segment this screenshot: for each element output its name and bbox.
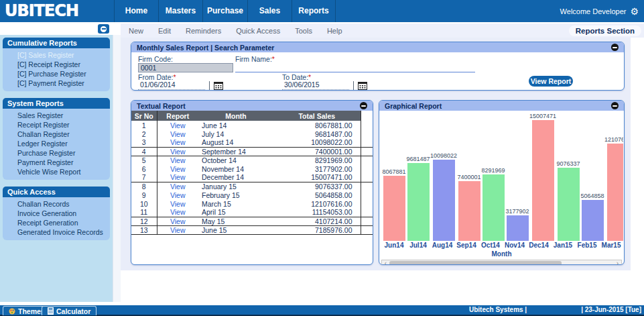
cell-report: View [157,156,198,164]
view-report-link[interactable]: View [170,156,186,164]
sidebar-item-vehicle-wise-report[interactable]: Vehicle Wise Report [3,167,110,176]
nav-item-masters[interactable]: Masters [158,0,202,22]
themes-label: Themes [18,307,45,315]
minimize-icon[interactable] [360,102,367,109]
sidebar-item-c-receipt-register[interactable]: [C] Receipt Register [3,60,110,69]
sidebar-item-ledger-register[interactable]: Ledger Register [3,139,110,148]
bar-value-label: 3177902 [506,208,529,215]
menu-item-tools[interactable]: Tools [295,27,312,35]
scrollbar-thumb[interactable] [389,261,562,265]
view-report-link[interactable]: View [170,138,186,146]
view-report-link[interactable]: View [170,226,186,234]
cell-sr-no: 11 [131,208,157,217]
cell-sr-no: 10 [131,199,157,208]
x-tick-aug14: Aug14 [430,242,454,250]
bar-dec14[interactable] [532,120,554,241]
cell-filler [361,182,373,191]
bar-nov14[interactable] [507,215,529,241]
minimize-icon[interactable] [611,44,619,51]
cell-total-sales: 8291969.00 [273,156,361,164]
view-report-link[interactable]: View [170,165,186,173]
cell-report: View [157,164,198,173]
nav-item-sales[interactable]: Sales [247,0,292,22]
view-report-link[interactable]: View [170,208,186,216]
gear-icon[interactable]: ⚙ [630,6,639,17]
cell-filler [361,225,373,234]
minimize-icon[interactable] [611,102,619,109]
sidebar-item-invoice-generation[interactable]: Invoice Generation [3,209,110,218]
sidebar-group-items: Sales RegisterReceipt RegisterChallan Re… [3,109,110,180]
sidebar-item-c-payment-register[interactable]: [C] Payment Register [3,78,110,88]
sidebar-collapse-button[interactable] [98,24,109,34]
minus-circle-icon [101,26,107,32]
bar-mar15[interactable] [607,144,623,241]
view-report-button[interactable]: View Report [529,76,573,87]
sidebar-scroll-strip[interactable] [113,35,121,302]
bar-jun14[interactable] [383,176,405,241]
menu-item-reminders[interactable]: Reminders [186,27,221,35]
sidebar-item-c-sales-register[interactable]: [C] Sales Register [3,50,110,60]
calculator-button[interactable]: Calculator [42,306,96,315]
scroll-left-icon[interactable]: ‹ [382,260,389,265]
view-report-link[interactable]: View [170,148,186,156]
calendar-icon[interactable] [214,81,223,90]
cell-filler [361,121,373,129]
firm-code-field[interactable]: 0001 [138,63,233,72]
bar-value-label: 9681487 [406,156,430,162]
cell-total-sales: 11154053.00 [273,208,361,217]
view-report-link[interactable]: View [170,121,186,129]
table-row: 6ViewNovember 143177902.00 [131,164,373,173]
view-report-link[interactable]: View [170,217,186,225]
bar-slot-sep14: 7400001 [457,174,481,241]
menu-item-new[interactable]: New [129,27,143,35]
sidebar-group-title: Quick Access [3,187,110,197]
sidebar-group-cumulative-reports: Cumulative Reports[C] Sales Register[C] … [3,38,110,91]
sidebar-item-sales-register[interactable]: Sales Register [3,111,110,120]
scroll-right-icon[interactable]: › [614,260,621,265]
view-report-link[interactable]: View [170,200,186,208]
view-report-link[interactable]: View [170,191,186,199]
bar-jan15[interactable] [558,168,580,241]
table-row: 5ViewOctober 148291969.00 [131,156,373,164]
x-tick-nov14: Nov14 [503,242,527,250]
cell-month: January 15 [198,182,273,191]
table-row: 11ViewApril 1511154053.00 [131,208,373,217]
bar-sep14[interactable] [458,181,480,241]
chart-scrollbar[interactable]: ‹ › [381,260,622,265]
menu-item-help[interactable]: Help [327,27,342,35]
sidebar-item-generated-invoice-records[interactable]: Generated Invoice Records [3,227,110,237]
cell-filler [361,129,373,138]
firm-name-field[interactable] [235,63,475,72]
sidebar-item-receipt-register[interactable]: Receipt Register [3,120,110,129]
nav-item-home[interactable]: Home [114,0,158,22]
sidebar-item-payment-register[interactable]: Payment Register [3,158,110,167]
cell-month: June 15 [198,225,273,234]
view-report-link[interactable]: View [170,182,186,191]
cell-total-sales: 12107616.00 [273,199,361,208]
x-tick-mar15: Mar15 [599,242,623,250]
menu-item-edit[interactable]: Edit [158,27,171,35]
menu-item-quick-access[interactable]: Quick Access [236,27,280,35]
sidebar-item-purchase-register[interactable]: Purchase Register [3,148,110,158]
bar-value-label: 7400001 [458,174,481,180]
bar-jul14[interactable] [407,163,430,241]
view-report-link[interactable]: View [170,130,186,138]
to-date-field[interactable]: 30/06/2015 [282,81,349,90]
sidebar-item-challan-records[interactable]: Challan Records [3,199,110,209]
cell-month: April 15 [198,208,273,217]
sidebar-item-challan-register[interactable]: Challan Register [3,129,110,139]
bar-slot-nov14: 3177902 [505,208,529,241]
bar-aug14[interactable] [433,160,455,241]
nav-item-reports[interactable]: Reports [292,0,336,22]
nav-item-purchase[interactable]: Purchase [202,0,247,22]
view-report-link[interactable]: View [170,173,186,181]
cell-total-sales: 10098022.00 [273,138,361,147]
calculator-icon [48,307,54,315]
bar-feb15[interactable] [582,200,604,241]
sidebar-item-receipt-generation[interactable]: Receipt Generation [3,218,110,227]
sidebar-group-title: System Reports [3,98,110,109]
calendar-icon[interactable] [358,81,367,90]
bar-oct14[interactable] [482,174,505,241]
sidebar-item-c-purchase-register[interactable]: [C] Purchase Register [3,69,110,78]
from-date-field[interactable]: 01/06/2014 [138,81,205,90]
